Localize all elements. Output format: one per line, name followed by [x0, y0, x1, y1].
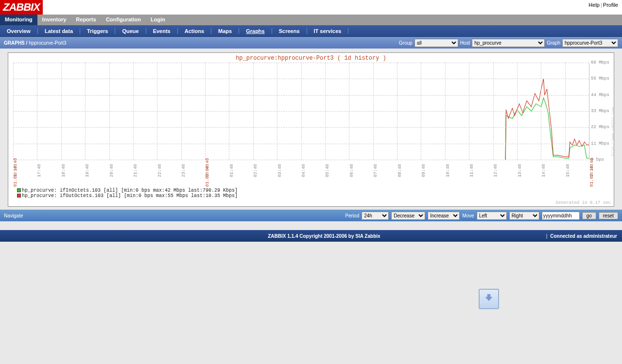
- sub-nav: OverviewLatest dataTriggersQueueEventsAc…: [0, 25, 622, 37]
- footer: ZABBIX 1.1.4 Copyright 2001-2006 by SIA …: [0, 230, 622, 242]
- graph-label: Graph: [547, 40, 560, 46]
- breadcrumb: GRAPHS / hpprocurve-Port3: [4, 40, 66, 46]
- group-select[interactable]: all: [415, 39, 458, 47]
- subnav-queue[interactable]: Queue: [115, 28, 146, 34]
- crumb-current: hpprocurve-Port3: [29, 40, 66, 46]
- period-select[interactable]: 24h: [362, 212, 389, 220]
- footer-copyright: ZABBIX 1.1.4 Copyright 2001-2006 by SIA …: [268, 233, 380, 239]
- chart-title: hp_procurve:hpprocurve-Port3 ( 1d histor…: [8, 53, 614, 63]
- subnav-it-services[interactable]: IT services: [307, 28, 349, 34]
- subnav-events[interactable]: Events: [146, 28, 178, 34]
- move-label: Move: [462, 213, 474, 218]
- footer-connection: | Connected as administrateur: [546, 233, 617, 239]
- graph-panel: hp_procurve:hpprocurve-Port3 ( 1d histor…: [8, 52, 614, 207]
- reset-button[interactable]: reset: [599, 212, 618, 219]
- chart-plot-area: 0 bps11 Mbps22 Mbps33 Mbps44 Mbps55 Mbps…: [13, 63, 589, 160]
- graph-select[interactable]: hpprocurve-Port3: [562, 39, 618, 47]
- subnav-triggers[interactable]: Triggers: [80, 28, 115, 34]
- tab-reports[interactable]: Reports: [71, 15, 101, 25]
- subnav-latest-data[interactable]: Latest data: [38, 28, 80, 34]
- go-button[interactable]: go: [582, 212, 596, 219]
- logo: ZABBIX: [0, 0, 43, 15]
- increase-select[interactable]: Increase: [428, 212, 460, 220]
- move-right-select[interactable]: Right: [509, 212, 539, 220]
- period-label: Period: [345, 213, 359, 218]
- crumb-section: GRAPHS: [4, 40, 25, 46]
- stamp-input[interactable]: [542, 212, 580, 220]
- subnav-overview[interactable]: Overview: [0, 28, 38, 34]
- subnav-screens[interactable]: Screens: [272, 28, 307, 34]
- chart-legend: hp_procurve: ifInOctets.103 [all] [min:0…: [8, 187, 614, 200]
- chart-xaxis: 16:4017:4018:4019:4020:4021:4022:4023:40…: [13, 160, 589, 187]
- tab-inventory[interactable]: Inventory: [37, 15, 71, 25]
- main-nav: MonitoringInventoryReportsConfigurationL…: [0, 15, 622, 25]
- subnav-actions[interactable]: Actions: [178, 28, 211, 34]
- host-select[interactable]: hp_procurve: [472, 39, 545, 47]
- navigate-label: Navigate: [4, 213, 23, 218]
- sidemark: http://www.zabbix.com: [611, 107, 615, 156]
- tab-monitoring[interactable]: Monitoring: [0, 15, 37, 25]
- move-left-select[interactable]: Left: [477, 212, 507, 220]
- navigate-bar: Navigate Period 24h Decrease Increase Mo…: [0, 210, 622, 221]
- help-link[interactable]: Help: [588, 2, 600, 8]
- decrease-select[interactable]: Decrease: [391, 212, 425, 220]
- context-bar: GRAPHS / hpprocurve-Port3 Group all Host…: [0, 37, 622, 49]
- group-label: Group: [399, 40, 413, 46]
- tab-configuration[interactable]: Configuration: [101, 15, 146, 25]
- gen-note: Generated in 0.17 sec: [8, 200, 614, 206]
- tab-login[interactable]: Login: [146, 15, 170, 25]
- top-links: Help|Profile: [588, 0, 622, 8]
- host-label: Host: [460, 40, 470, 46]
- subnav-maps[interactable]: Maps: [211, 28, 239, 34]
- profile-link[interactable]: Profile: [603, 2, 618, 8]
- subnav-graphs[interactable]: Graphs: [239, 28, 272, 34]
